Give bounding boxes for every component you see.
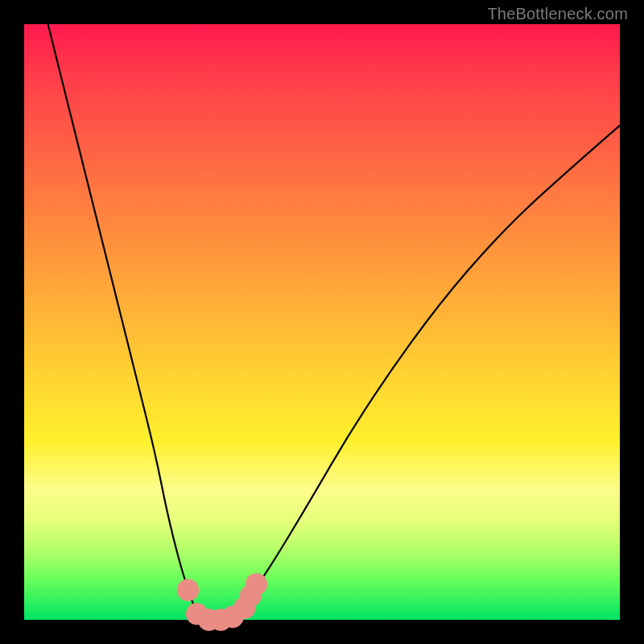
chart-svg — [24, 24, 620, 620]
marker-point — [177, 579, 199, 601]
watermark-text: TheBottleneck.com — [487, 5, 628, 23]
chart-frame: TheBottleneck.com — [0, 0, 644, 644]
marker-point — [246, 573, 267, 595]
marker-layer — [177, 573, 267, 631]
curve-layer — [48, 24, 620, 620]
bottleneck-curve-path — [48, 24, 620, 620]
